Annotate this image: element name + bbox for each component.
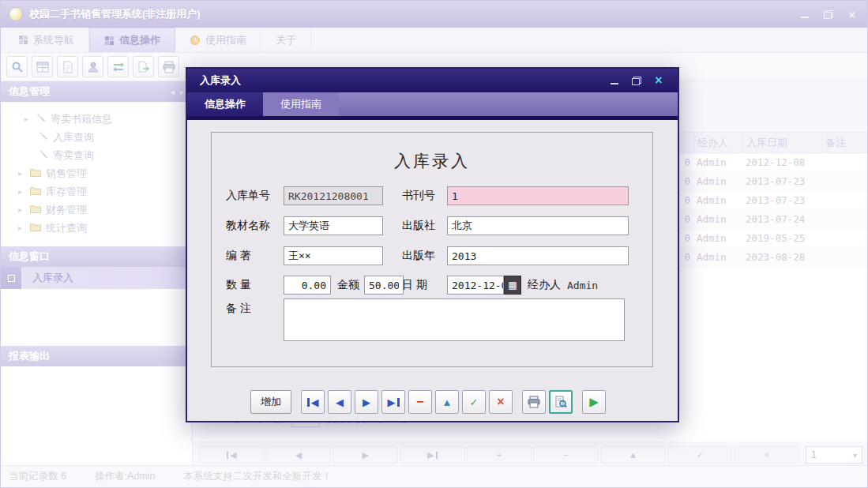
- order-no-label: 入库单号: [226, 189, 284, 203]
- amount-label: 金额: [337, 278, 364, 292]
- author-label: 编 著: [226, 249, 284, 263]
- dialog-titlebar: 入库录入 ×: [187, 69, 678, 92]
- dialog-tab-user-guide[interactable]: 使用指南: [263, 92, 339, 116]
- pub-year-label: 出版年: [402, 249, 447, 263]
- dialog-tab-info-operations[interactable]: 信息操作: [187, 92, 263, 116]
- play-icon: ▶: [589, 395, 599, 409]
- form-title: 入库录入: [212, 150, 652, 172]
- minus-icon: −: [416, 395, 423, 409]
- add-button[interactable]: 增加: [250, 390, 291, 414]
- cancel-button[interactable]: ×: [489, 390, 513, 414]
- preview-button[interactable]: [549, 390, 573, 414]
- delete-button[interactable]: −: [408, 390, 432, 414]
- dialog-maximize-button[interactable]: [630, 74, 643, 87]
- dialog-window-controls: ×: [608, 74, 665, 87]
- prev-record-button[interactable]: ◀: [328, 390, 351, 414]
- book-no-field[interactable]: [447, 186, 629, 205]
- calendar-button[interactable]: ▦: [504, 276, 521, 295]
- inbound-entry-dialog: 入库录入 × 信息操作 使用指南 入库录入 入库单号 书刊号 教材名称 出版社: [186, 67, 679, 422]
- author-field[interactable]: [284, 246, 383, 265]
- up-triangle-icon: ▲: [442, 396, 453, 408]
- tab-label: 使用指南: [280, 97, 321, 111]
- date-label: 日 期: [402, 278, 447, 292]
- first-record-button[interactable]: ◀: [301, 390, 325, 414]
- minimize-icon: [611, 83, 618, 84]
- prev-record-icon: ◀: [336, 396, 344, 408]
- edit-button[interactable]: ▲: [435, 390, 459, 414]
- publisher-label: 出版社: [402, 219, 447, 233]
- remark-label: 备 注: [226, 298, 284, 341]
- form-row: 教材名称 出版社: [226, 216, 638, 236]
- form-row: 入库单号 书刊号: [226, 186, 638, 206]
- cross-icon: ×: [497, 395, 504, 409]
- agent-value: Admin: [567, 280, 598, 291]
- dialog-minimize-button[interactable]: [608, 74, 621, 87]
- quantity-field[interactable]: [284, 276, 331, 295]
- printer-icon: [528, 396, 540, 408]
- check-icon: ✓: [470, 396, 479, 408]
- agent-label: 经办人: [528, 278, 566, 292]
- last-record-icon: ▶: [388, 396, 396, 408]
- dialog-close-button[interactable]: ×: [652, 74, 665, 87]
- form-row: 编 著 出版年: [226, 246, 638, 266]
- remark-field[interactable]: [284, 298, 625, 341]
- publisher-field[interactable]: [447, 216, 629, 235]
- textbook-name-field[interactable]: [284, 216, 383, 235]
- dialog-title: 入库录入: [200, 73, 241, 88]
- quantity-label: 数 量: [226, 278, 284, 292]
- amount-field[interactable]: [364, 276, 404, 295]
- dialog-body: 入库录入 入库单号 书刊号 教材名称 出版社 编 著 出版年 数 量: [187, 120, 678, 421]
- execute-button[interactable]: ▶: [582, 390, 606, 414]
- last-record-button[interactable]: ▶: [381, 390, 405, 414]
- textbook-name-label: 教材名称: [226, 219, 284, 233]
- form-row: 备 注: [226, 298, 625, 341]
- tab-label: 信息操作: [205, 97, 246, 111]
- book-no-label: 书刊号: [402, 189, 447, 203]
- dialog-button-bar: 增加 ◀ ◀ ▶ ▶ − ▲ ✓ × ▶: [250, 389, 606, 415]
- form-row: 数 量 金额 日 期 ▦ 经办人 Admin: [226, 275, 638, 295]
- date-field[interactable]: [447, 276, 504, 295]
- next-record-button[interactable]: ▶: [355, 390, 378, 414]
- next-record-icon: ▶: [363, 396, 370, 408]
- dialog-tab-bar: 信息操作 使用指南: [187, 92, 678, 116]
- pub-year-field[interactable]: [447, 246, 629, 265]
- print-preview-icon: [554, 396, 567, 408]
- maximize-icon: [632, 77, 641, 85]
- first-record-icon: ◀: [311, 396, 319, 408]
- print-button[interactable]: [522, 390, 546, 414]
- order-no-field[interactable]: [284, 186, 383, 205]
- entry-form-panel: 入库录入 入库单号 书刊号 教材名称 出版社 编 著 出版年 数 量: [211, 132, 653, 367]
- save-button[interactable]: ✓: [462, 390, 486, 414]
